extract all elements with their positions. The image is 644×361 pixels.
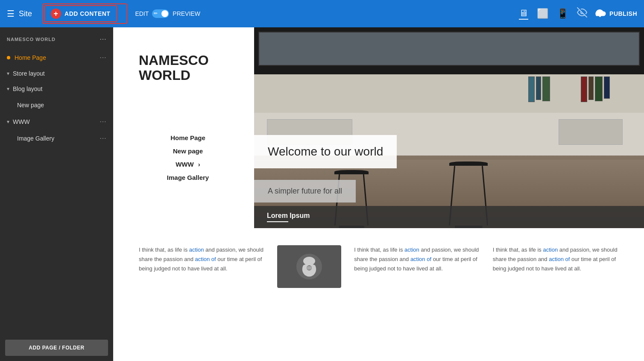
content-text-2: I think that, as life is action and pass… [354, 245, 480, 288]
arrow-icon: ▾ [7, 70, 9, 76]
preview-label: PREVIEW [173, 10, 200, 17]
pencil-icon: ✏ [154, 11, 158, 16]
sidebar-item-label: WWW [13, 118, 100, 125]
edit-toggle[interactable]: ✏ [152, 9, 169, 18]
sidebar-item-menu-gallery[interactable]: ⋯ [100, 134, 106, 142]
content-text-1: I think that, as life is action and pass… [139, 245, 264, 288]
puzzle-icon [292, 252, 326, 282]
hero-title: Welcome to our world [268, 144, 383, 159]
device-icons: 🖥 ⬜ 📱 [519, 8, 568, 20]
main-body: NAMESCO WORLD ⋯ Home Page ⋯ ▾ Store layo… [0, 27, 644, 361]
plus-icon: + [51, 9, 61, 19]
arrow-icon: ▾ [7, 119, 9, 125]
sidebar-header: NAMESCO WORLD ⋯ [0, 27, 113, 47]
hero-cta-content: Lorem Ipsum [267, 212, 310, 222]
add-content-label: ADD CONTENT [64, 10, 110, 17]
edit-label: EDIT [135, 10, 149, 17]
hero-section: NAMESCOWORLD Home Page New page WWW › Im… [113, 27, 644, 228]
content-image [277, 245, 341, 288]
sidebar: NAMESCO WORLD ⋯ Home Page ⋯ ▾ Store layo… [0, 27, 113, 361]
sidebar-item-menu-home[interactable]: ⋯ [100, 53, 106, 62]
books-right [528, 76, 550, 102]
sidebar-item-image-gallery[interactable]: Image Gallery ⋯ [0, 130, 113, 147]
publish-label: PUBLISH [609, 10, 637, 17]
sidebar-item-blog-layout[interactable]: ▾ Blog layout [0, 81, 113, 97]
window-bar [254, 27, 644, 79]
content-text-3: I think that, as life is action and pass… [493, 245, 618, 288]
active-dot [7, 56, 10, 59]
hero-left-panel: NAMESCOWORLD Home Page New page WWW › Im… [113, 27, 254, 228]
sidebar-item-label: Store layout [13, 70, 106, 77]
shelf [254, 74, 644, 113]
books [581, 76, 610, 102]
sidebar-item-label: Home Page [15, 54, 100, 61]
window-glass [258, 32, 640, 66]
hamburger-icon[interactable]: ☰ [7, 9, 15, 19]
sidebar-item-new-page[interactable]: New page ⋯ [0, 97, 113, 113]
tablet-icon[interactable]: ⬜ [537, 8, 548, 19]
hero-nav-new-page[interactable]: New page [139, 147, 237, 155]
sidebar-more-icon[interactable]: ⋯ [100, 35, 106, 43]
desktop-icon[interactable]: 🖥 [519, 8, 528, 20]
hero-nav-www[interactable]: WWW › [139, 161, 237, 168]
hero-subtitle: A simpler future for all [268, 187, 342, 196]
website-preview: NAMESCOWORLD Home Page New page WWW › Im… [113, 27, 644, 361]
sidebar-item-store-layout[interactable]: ▾ Store layout [0, 66, 113, 81]
sidebar-item-label: Image Gallery [17, 135, 100, 142]
top-navigation: ☰ Site + ADD CONTENT EDIT ✏ PREVIEW 🖥 ⬜ … [0, 0, 644, 27]
hero-title-overlay: Welcome to our world [254, 135, 397, 168]
sidebar-item-label: New page [17, 102, 100, 109]
add-content-button[interactable]: + ADD CONTENT [44, 5, 117, 22]
arrow-icon: ▾ [7, 86, 9, 92]
hero-navigation: Home Page New page WWW › Image Gallery [139, 134, 237, 181]
site-logo: NAMESCOWORLD [139, 53, 237, 83]
hero-cta-overlay: Lorem Ipsum [254, 206, 644, 228]
content-section: I think that, as life is action and pass… [113, 228, 644, 305]
add-page-folder-button[interactable]: ADD PAGE / FOLDER [5, 340, 108, 356]
hero-nav-gallery[interactable]: Image Gallery [139, 174, 237, 181]
mobile-icon[interactable]: 📱 [557, 8, 568, 19]
sidebar-item-menu-www[interactable]: ⋯ [100, 117, 106, 126]
preview-area[interactable]: NAMESCOWORLD Home Page New page WWW › Im… [113, 27, 644, 361]
site-label: Site [19, 9, 32, 18]
hero-photo-area: Welcome to our world A simpler future fo… [254, 27, 644, 228]
hero-subtitle-overlay: A simpler future for all [254, 180, 356, 203]
hero-cta-underline [267, 221, 288, 222]
hero-nav-home[interactable]: Home Page [139, 134, 237, 141]
hero-cta-text: Lorem Ipsum [267, 212, 310, 220]
edit-toggle-area: EDIT ✏ PREVIEW [135, 9, 200, 18]
publish-button[interactable]: PUBLISH [594, 9, 637, 18]
sidebar-item-home-page[interactable]: Home Page ⋯ [0, 49, 113, 66]
visibility-button[interactable] [577, 7, 587, 20]
add-content-wrapper: + ADD CONTENT [42, 3, 127, 24]
sidebar-title: NAMESCO WORLD [7, 37, 56, 42]
svg-point-1 [303, 257, 315, 265]
sidebar-item-label: Blog layout [13, 85, 106, 92]
sidebar-nav: Home Page ⋯ ▾ Store layout ▾ Blog layout… [0, 47, 113, 336]
sidebar-item-www[interactable]: ▾ WWW ⋯ [0, 113, 113, 130]
